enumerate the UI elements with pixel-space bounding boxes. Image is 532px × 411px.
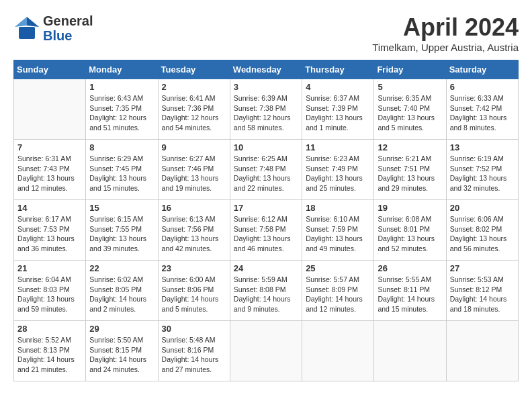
- day-number: 13: [450, 142, 515, 152]
- calendar-cell: 12Sunrise: 6:21 AMSunset: 7:51 PMDayligh…: [374, 140, 446, 200]
- day-info: Sunrise: 6:13 AMSunset: 7:56 PMDaylight:…: [162, 214, 226, 254]
- day-info: Sunrise: 6:31 AMSunset: 7:43 PMDaylight:…: [17, 154, 82, 193]
- day-info: Sunrise: 5:50 AMSunset: 8:15 PMDaylight:…: [89, 335, 154, 375]
- weekday-header-tuesday: Tuesday: [158, 60, 230, 79]
- calendar-cell: 15Sunrise: 6:15 AMSunset: 7:55 PMDayligh…: [86, 200, 158, 261]
- day-info: Sunrise: 6:12 AMSunset: 7:58 PMDaylight:…: [234, 214, 298, 254]
- calendar-cell: 6Sunrise: 6:33 AMSunset: 7:42 PMDaylight…: [446, 79, 518, 140]
- day-number: 15: [89, 203, 154, 213]
- calendar-cell: [374, 321, 446, 381]
- calendar-cell: 26Sunrise: 5:55 AMSunset: 8:11 PMDayligh…: [374, 261, 446, 321]
- day-number: 8: [89, 142, 154, 152]
- calendar-cell: 21Sunrise: 6:04 AMSunset: 8:03 PMDayligh…: [14, 261, 86, 321]
- day-number: 20: [450, 203, 515, 213]
- calendar-cell: 3Sunrise: 6:39 AMSunset: 7:38 PMDaylight…: [230, 79, 302, 140]
- location: Timelkam, Upper Austria, Austria: [372, 42, 519, 53]
- calendar-cell: [302, 321, 374, 381]
- day-number: 24: [234, 263, 298, 273]
- calendar-cell: 22Sunrise: 6:02 AMSunset: 8:05 PMDayligh…: [86, 261, 158, 321]
- day-number: 17: [234, 203, 298, 213]
- day-info: Sunrise: 6:08 AMSunset: 8:01 PMDaylight:…: [378, 214, 442, 254]
- day-info: Sunrise: 6:39 AMSunset: 7:38 PMDaylight:…: [234, 93, 298, 133]
- calendar-cell: 11Sunrise: 6:23 AMSunset: 7:49 PMDayligh…: [302, 140, 374, 200]
- calendar-cell: 24Sunrise: 5:59 AMSunset: 8:08 PMDayligh…: [230, 261, 302, 321]
- calendar-cell: 16Sunrise: 6:13 AMSunset: 7:56 PMDayligh…: [158, 200, 230, 261]
- calendar-cell: [446, 321, 518, 381]
- calendar-cell: 13Sunrise: 6:19 AMSunset: 7:52 PMDayligh…: [446, 140, 518, 200]
- day-info: Sunrise: 6:37 AMSunset: 7:39 PMDaylight:…: [306, 93, 370, 133]
- day-info: Sunrise: 6:41 AMSunset: 7:36 PMDaylight:…: [162, 93, 226, 133]
- calendar-cell: 25Sunrise: 5:57 AMSunset: 8:09 PMDayligh…: [302, 261, 374, 321]
- day-number: 14: [17, 203, 82, 213]
- svg-marker-0: [27, 17, 39, 27]
- day-info: Sunrise: 6:21 AMSunset: 7:51 PMDaylight:…: [378, 154, 442, 193]
- weekday-header-friday: Friday: [374, 60, 446, 79]
- weekday-header-thursday: Thursday: [302, 60, 374, 79]
- day-info: Sunrise: 5:55 AMSunset: 8:11 PMDaylight:…: [378, 275, 442, 314]
- day-number: 2: [162, 82, 226, 92]
- day-number: 21: [17, 263, 82, 273]
- day-number: 1: [89, 82, 154, 92]
- weekday-header-saturday: Saturday: [446, 60, 518, 79]
- weekday-header-sunday: Sunday: [14, 60, 86, 79]
- day-info: Sunrise: 6:35 AMSunset: 7:40 PMDaylight:…: [378, 93, 442, 133]
- day-number: 19: [378, 203, 442, 213]
- day-number: 22: [89, 263, 154, 273]
- day-info: Sunrise: 5:52 AMSunset: 8:13 PMDaylight:…: [17, 335, 82, 375]
- calendar-cell: 23Sunrise: 6:00 AMSunset: 8:06 PMDayligh…: [158, 261, 230, 321]
- day-info: Sunrise: 6:33 AMSunset: 7:42 PMDaylight:…: [450, 93, 515, 133]
- day-number: 27: [450, 263, 515, 273]
- calendar-cell: 19Sunrise: 6:08 AMSunset: 8:01 PMDayligh…: [374, 200, 446, 261]
- day-number: 12: [378, 142, 442, 152]
- day-info: Sunrise: 6:17 AMSunset: 7:53 PMDaylight:…: [17, 214, 82, 254]
- day-number: 6: [450, 82, 515, 92]
- day-number: 25: [306, 263, 370, 273]
- day-info: Sunrise: 6:19 AMSunset: 7:52 PMDaylight:…: [450, 154, 515, 193]
- day-number: 26: [378, 263, 442, 273]
- day-info: Sunrise: 5:59 AMSunset: 8:08 PMDaylight:…: [234, 275, 298, 314]
- day-number: 5: [378, 82, 442, 92]
- calendar-cell: 29Sunrise: 5:50 AMSunset: 8:15 PMDayligh…: [86, 321, 158, 381]
- day-number: 11: [306, 142, 370, 152]
- calendar-cell: 1Sunrise: 6:43 AMSunset: 7:35 PMDaylight…: [86, 79, 158, 140]
- day-info: Sunrise: 6:29 AMSunset: 7:45 PMDaylight:…: [89, 154, 154, 193]
- svg-rect-2: [19, 27, 35, 39]
- title-block: April 2024 Timelkam, Upper Austria, Aust…: [372, 13, 519, 53]
- day-number: 16: [162, 203, 226, 213]
- calendar-cell: 27Sunrise: 5:53 AMSunset: 8:12 PMDayligh…: [446, 261, 518, 321]
- calendar-table: SundayMondayTuesdayWednesdayThursdayFrid…: [13, 60, 519, 381]
- calendar-cell: 30Sunrise: 5:48 AMSunset: 8:16 PMDayligh…: [158, 321, 230, 381]
- calendar-cell: 7Sunrise: 6:31 AMSunset: 7:43 PMDaylight…: [14, 140, 86, 200]
- day-number: 3: [234, 82, 298, 92]
- day-info: Sunrise: 6:25 AMSunset: 7:48 PMDaylight:…: [234, 154, 298, 193]
- calendar-cell: 2Sunrise: 6:41 AMSunset: 7:36 PMDaylight…: [158, 79, 230, 140]
- calendar-cell: 4Sunrise: 6:37 AMSunset: 7:39 PMDaylight…: [302, 79, 374, 140]
- day-info: Sunrise: 5:53 AMSunset: 8:12 PMDaylight:…: [450, 275, 515, 314]
- calendar-cell: 18Sunrise: 6:10 AMSunset: 7:59 PMDayligh…: [302, 200, 374, 261]
- day-number: 4: [306, 82, 370, 92]
- logo-icon: [13, 13, 40, 43]
- calendar-cell: 5Sunrise: 6:35 AMSunset: 7:40 PMDaylight…: [374, 79, 446, 140]
- calendar-cell: 14Sunrise: 6:17 AMSunset: 7:53 PMDayligh…: [14, 200, 86, 261]
- weekday-header-wednesday: Wednesday: [230, 60, 302, 79]
- calendar-cell: 17Sunrise: 6:12 AMSunset: 7:58 PMDayligh…: [230, 200, 302, 261]
- month-title: April 2024: [372, 13, 519, 42]
- calendar-cell: [14, 79, 86, 140]
- day-info: Sunrise: 6:43 AMSunset: 7:35 PMDaylight:…: [89, 93, 154, 133]
- day-info: Sunrise: 6:23 AMSunset: 7:49 PMDaylight:…: [306, 154, 370, 193]
- day-number: 29: [89, 324, 154, 334]
- calendar-cell: [230, 321, 302, 381]
- logo: General Blue: [13, 13, 93, 43]
- day-info: Sunrise: 6:02 AMSunset: 8:05 PMDaylight:…: [89, 275, 154, 314]
- calendar-cell: 28Sunrise: 5:52 AMSunset: 8:13 PMDayligh…: [14, 321, 86, 381]
- logo-text: General Blue: [43, 13, 93, 43]
- day-info: Sunrise: 5:48 AMSunset: 8:16 PMDaylight:…: [162, 335, 226, 375]
- weekday-header-monday: Monday: [86, 60, 158, 79]
- day-number: 23: [162, 263, 226, 273]
- day-info: Sunrise: 6:06 AMSunset: 8:02 PMDaylight:…: [450, 214, 515, 254]
- calendar-cell: 20Sunrise: 6:06 AMSunset: 8:02 PMDayligh…: [446, 200, 518, 261]
- page-header: General Blue April 2024 Timelkam, Upper …: [13, 13, 519, 53]
- calendar-cell: 9Sunrise: 6:27 AMSunset: 7:46 PMDaylight…: [158, 140, 230, 200]
- day-info: Sunrise: 6:15 AMSunset: 7:55 PMDaylight:…: [89, 214, 154, 254]
- day-number: 30: [162, 324, 226, 334]
